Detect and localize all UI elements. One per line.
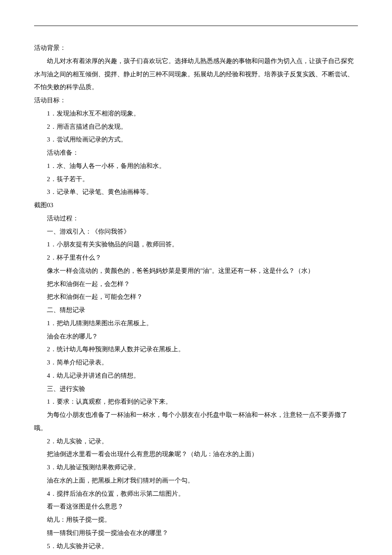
text-line: 活动背景： (34, 41, 358, 55)
text-line: 看一看这张图是什么意思？ (34, 500, 358, 513)
text-line: 1．发现油和水互不相溶的现象。 (34, 107, 358, 120)
text-line: 三、进行实验 (34, 382, 358, 396)
text-line: 3．简单介绍记录表。 (34, 356, 358, 369)
text-line: 像水一样会流动的，黄颜色的，爸爸妈妈炒菜是要用的"油"。这里还有一杯，这是什么？… (34, 264, 358, 278)
text-line: 1．把幼儿猜测结果图出示在黑板上。 (34, 317, 358, 330)
text-line: 为每位小朋友也准备了一杯油和一杯水，每个小朋友在小托盘中取一杯油和一杯水，注意轻… (34, 408, 358, 435)
text-line: 把水和油倒在一起，可能会怎样？ (34, 290, 358, 304)
text-line: 3．记录单、记录笔、黄色油画棒等。 (34, 185, 358, 199)
text-line: 截图03 (34, 199, 358, 212)
document-body: 活动背景：幼儿对水有着浓厚的兴趣，孩子们喜欢玩它。选择幼儿熟悉感兴趣的事物和问题… (34, 41, 358, 555)
text-line: 3．尝试用绘画记录的方式。 (34, 133, 358, 146)
text-line: 活动目标： (34, 94, 358, 107)
text-line: 4．搅拌后油在水的位置，教师出示第二组图片。 (34, 487, 358, 500)
text-line: 5．幼儿实验并记录。 (34, 540, 358, 553)
text-line: 这里给小朋友每人准备了一张小卡片，还有油画棒，把你搅拌后发现的有意思的现象记录在… (34, 552, 358, 555)
text-line: 3．幼儿验证预测结果教师记录。 (34, 461, 358, 474)
text-line: 1．要求：认真观察，把你看到的记录下来。 (34, 395, 358, 408)
text-line: 幼儿对水有着浓厚的兴趣，孩子们喜欢玩它。选择幼儿熟悉感兴趣的事物和问题作为切入点… (34, 55, 358, 94)
text-line: 二、猜想记录 (34, 304, 358, 317)
text-line: 4．幼儿记录并讲述自己的猜想。 (34, 369, 358, 382)
text-line: 一、游戏引入：《你问我答》 (34, 225, 358, 238)
text-line: 幼儿：用筷子搅一搅。 (34, 513, 358, 526)
text-line: 油会在水的哪儿？ (34, 330, 358, 343)
horizontal-rule (34, 26, 358, 26)
text-line: 2．杯子里有什么？ (34, 251, 358, 264)
text-line: 2．幼儿实验，记录。 (34, 435, 358, 448)
text-line: 2．统计幼儿每种预测结果人数并记录在黑板上。 (34, 343, 358, 356)
text-line: 2．筷子若干。 (34, 173, 358, 186)
text-line: 猜一猜我们用筷子搅一搅油会在水的哪里？ (34, 526, 358, 540)
text-line: 把油倒进水里看一看会出现什么有意思的现象呢？（幼儿：油在水的上面） (34, 448, 358, 461)
text-line: 活动准备： (34, 146, 358, 159)
document-page: 活动背景：幼儿对水有着浓厚的兴趣，孩子们喜欢玩它。选择幼儿熟悉感兴趣的事物和问题… (0, 0, 392, 555)
text-line: 活动过程： (34, 212, 358, 225)
text-line: 1．水、油每人各一小杯，备用的油和水。 (34, 159, 358, 173)
text-line: 2．用语言描述自己的发现。 (34, 120, 358, 133)
text-line: 1．小朋友提有关实验物品的问题，教师回答。 (34, 238, 358, 251)
text-line: 把水和油倒在一起，会怎样？ (34, 278, 358, 291)
text-line: 油在水的上面，把黑板上刚才我们猜对的画一个勾。 (34, 474, 358, 487)
